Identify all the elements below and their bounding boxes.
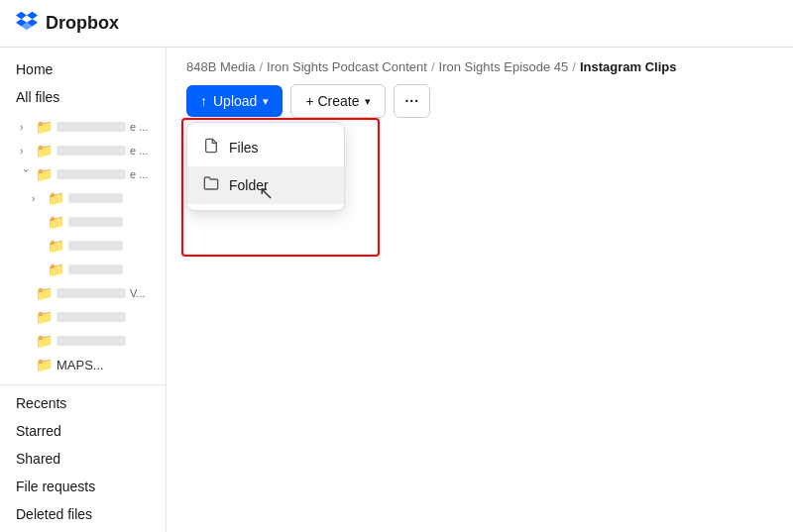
folder-icon: 📁: [36, 119, 53, 135]
tree-item[interactable]: › 📁: [0, 186, 166, 210]
folder-icon: 📁: [36, 309, 53, 325]
upload-chevron-icon: ▾: [263, 95, 269, 108]
tree-label-blurred: [68, 265, 123, 274]
tree-item[interactable]: › 📁 V...: [0, 281, 166, 305]
folder-icon: 📁: [36, 357, 53, 372]
breadcrumb-current: Instagram Clips: [580, 59, 677, 74]
tree-badge: e ...: [130, 121, 148, 133]
toolbar: ↑ Upload ▾ + Create ▾ ···: [167, 74, 793, 128]
tree-item[interactable]: › 📁: [0, 210, 166, 234]
tree-item[interactable]: › 📁: [0, 258, 166, 281]
breadcrumb: 848B Media / Iron Sights Podcast Content…: [167, 48, 793, 74]
tree-item[interactable]: › 📁: [0, 305, 166, 329]
tree-item[interactable]: › 📁 e ...: [0, 115, 166, 139]
breadcrumb-ironsights[interactable]: Iron Sights Podcast Content: [267, 59, 427, 74]
folder-icon: 📁: [48, 262, 64, 277]
dropbox-logo[interactable]: Dropbox: [16, 10, 119, 38]
folder-icon: 📁: [36, 333, 53, 349]
dropdown-item-files[interactable]: Files: [187, 129, 344, 166]
tree-label-blurred: [57, 288, 126, 298]
breadcrumb-episode45[interactable]: Iron Sights Episode 45: [439, 59, 569, 74]
tree-badge: e ...: [130, 145, 148, 157]
chevron-icon: ›: [32, 193, 44, 204]
more-button[interactable]: ···: [394, 84, 430, 118]
upload-button[interactable]: ↑ Upload ▾: [186, 85, 283, 117]
create-button[interactable]: + Create ▾: [290, 84, 386, 118]
dropbox-icon: [16, 10, 38, 38]
content-area: 848B Media / Iron Sights Podcast Content…: [167, 48, 793, 532]
tree-section: › 📁 e ... › 📁 e ... › 📁 e ... ›: [0, 111, 166, 380]
folder-icon: 📁: [48, 190, 64, 206]
main-layout: Home All files › 📁 e ... › 📁 e ... ›: [0, 48, 793, 532]
sidebar-item-shared[interactable]: Shared: [0, 445, 166, 473]
tree-item-maps[interactable]: › 📁 MAPS...: [0, 353, 166, 376]
folder-icon: 📁: [48, 214, 64, 230]
create-chevron-icon: ▾: [365, 95, 371, 108]
sidebar-item-home[interactable]: Home: [0, 55, 166, 83]
tree-item[interactable]: › 📁: [0, 234, 166, 258]
create-dropdown: Files Folder ↖: [186, 122, 345, 211]
sidebar-item-deleted-files[interactable]: Deleted files: [0, 500, 166, 528]
folder-icon: 📁: [36, 143, 53, 159]
dropbox-wordmark: Dropbox: [46, 13, 119, 34]
tree-badge: e ...: [130, 168, 148, 180]
folder-icon: 📁: [36, 285, 53, 301]
dropdown-item-files-label: Files: [229, 140, 259, 156]
tree-item[interactable]: › 📁 e ...: [0, 139, 166, 162]
dropdown-item-folder-label: Folder: [229, 177, 269, 193]
breadcrumb-sep: /: [259, 59, 263, 74]
sidebar-item-file-requests[interactable]: File requests: [0, 473, 166, 500]
folder-icon: 📁: [36, 166, 53, 182]
dropdown-item-folder[interactable]: Folder: [187, 166, 344, 204]
tree-label: MAPS...: [57, 358, 146, 372]
sidebar: Home All files › 📁 e ... › 📁 e ... ›: [0, 48, 167, 532]
chevron-icon: ›: [20, 122, 32, 133]
tree-label-blurred: [68, 241, 123, 251]
tree-label-blurred: [57, 336, 126, 346]
tree-label-blurred: [68, 217, 123, 227]
breadcrumb-848b[interactable]: 848B Media: [186, 59, 255, 74]
sidebar-item-all-files[interactable]: All files: [0, 83, 166, 111]
tree-label-blurred: [57, 122, 126, 132]
folder-icon: [203, 175, 219, 195]
folder-icon: 📁: [48, 238, 64, 254]
file-icon: [203, 138, 219, 158]
chevron-icon: ›: [21, 168, 32, 180]
tree-item-open[interactable]: › 📁 e ...: [0, 162, 166, 186]
tree-badge: V...: [130, 287, 146, 299]
breadcrumb-sep: /: [431, 59, 435, 74]
sidebar-divider: [0, 384, 166, 385]
tree-item[interactable]: › 📁: [0, 329, 166, 353]
sidebar-item-starred[interactable]: Starred: [0, 417, 166, 445]
tree-label-blurred: [68, 193, 123, 203]
app-header: Dropbox: [0, 0, 793, 48]
chevron-icon: ›: [20, 146, 32, 157]
tree-label-blurred: [57, 169, 126, 179]
upload-icon: ↑: [200, 93, 207, 109]
sidebar-item-recents[interactable]: Recents: [0, 389, 166, 417]
breadcrumb-sep: /: [572, 59, 576, 74]
tree-label-blurred: [57, 146, 126, 156]
tree-label-blurred: [57, 312, 126, 322]
